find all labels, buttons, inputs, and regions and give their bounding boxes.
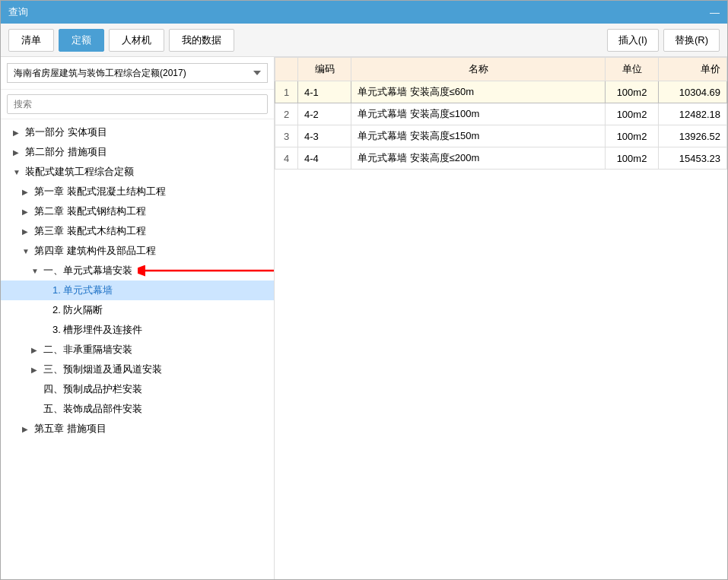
cell-name: 单元式幕墙 安装高度≤150m — [351, 125, 606, 147]
data-table: 编码 名称 单位 单价 1 4-1 单元式幕墙 安装高度≤60m 100m2 1… — [275, 57, 727, 170]
tree-label: 二、非承重隔墙安装 — [43, 343, 132, 357]
arrow-icon: ▶ — [31, 346, 40, 354]
cell-price: 13926.52 — [659, 125, 727, 147]
col-header-unit: 单位 — [606, 58, 659, 81]
tree-label: 3. 槽形埋件及连接件 — [52, 323, 142, 337]
cell-code: 4-4 — [298, 147, 351, 170]
main-content: 海南省房屋建筑与装饰工程综合定额(2017) ▶ 第一部分 实体项目 ▶ 第二部… — [1, 57, 727, 579]
arrow-icon: ▶ — [31, 366, 40, 374]
tree-item-sec2[interactable]: ▶ 二、非承重隔墙安装 — [1, 340, 274, 360]
tab-mydata[interactable]: 我的数据 — [169, 29, 234, 52]
cell-num: 1 — [275, 81, 298, 103]
tree-label: 第一部分 实体项目 — [25, 125, 107, 139]
arrow-icon: ▶ — [22, 208, 31, 216]
tab-qingdan[interactable]: 清单 — [8, 29, 54, 52]
arrow-icon: ▼ — [13, 168, 22, 176]
tree-label: 三、预制烟道及通风道安装 — [43, 363, 162, 376]
replace-button[interactable]: 替换(R) — [663, 29, 720, 52]
insert-button[interactable]: 插入(I) — [607, 29, 659, 52]
arrow-icon: ▶ — [22, 227, 31, 236]
tree-label: 第二章 装配式钢结构工程 — [34, 204, 146, 218]
tree-label: 第二部分 措施项目 — [25, 145, 107, 159]
cell-price: 10304.69 — [659, 81, 727, 103]
arrow-icon: ▶ — [22, 188, 31, 196]
tree-item-integrated[interactable]: ▼ 装配式建筑工程综合定额 — [1, 162, 274, 182]
cell-unit: 100m2 — [606, 147, 659, 170]
tree-label: 2. 防火隔断 — [52, 303, 103, 317]
arrow-icon: ▼ — [22, 247, 31, 255]
tree-label: 第四章 建筑构件及部品工程 — [34, 244, 156, 258]
tree-item-ch2[interactable]: ▶ 第二章 装配式钢结构工程 — [1, 201, 274, 221]
table-row[interactable]: 1 4-1 单元式幕墙 安装高度≤60m 100m2 10304.69 — [275, 81, 727, 103]
title-bar: 查询 — — [1, 1, 727, 24]
cell-num: 2 — [275, 103, 298, 125]
left-panel: 海南省房屋建筑与装饰工程综合定额(2017) ▶ 第一部分 实体项目 ▶ 第二部… — [1, 57, 275, 579]
arrow-icon: ▼ — [31, 267, 40, 275]
table-container: 编码 名称 单位 单价 1 4-1 单元式幕墙 安装高度≤60m 100m2 1… — [275, 57, 727, 579]
tree-label: 一、单元式幕墙安装 — [43, 264, 132, 277]
tree-item-sec1[interactable]: ▼ 一、单元式幕墙安装 — [1, 261, 274, 280]
cell-code: 4-3 — [298, 125, 351, 147]
cell-price: 15453.23 — [659, 147, 727, 170]
quota-dropdown[interactable]: 海南省房屋建筑与装饰工程综合定额(2017) — [7, 63, 268, 83]
tree-label: 装配式建筑工程综合定额 — [25, 165, 134, 179]
cell-name: 单元式幕墙 安装高度≤100m — [351, 103, 606, 125]
tree-area: ▶ 第一部分 实体项目 ▶ 第二部分 措施项目 ▼ 装配式建筑工程综合定额 ▶ … — [1, 119, 274, 579]
cell-unit: 100m2 — [606, 103, 659, 125]
tree-item-subsec2[interactable]: ▶ 2. 防火隔断 — [1, 300, 274, 320]
tree-label: 第三章 装配式木结构工程 — [34, 224, 146, 238]
tree-label: 第一章 装配式混凝土结构工程 — [34, 185, 166, 198]
col-header-code: 编码 — [298, 58, 351, 81]
main-window: 查询 — 清单 定额 人材机 我的数据 插入(I) 替换(R) 海南省房屋建筑与… — [0, 0, 728, 580]
cell-code: 4-1 — [298, 81, 351, 103]
table-row[interactable]: 3 4-3 单元式幕墙 安装高度≤150m 100m2 13926.52 — [275, 125, 727, 147]
window-title: 查询 — [8, 5, 28, 19]
tree-label: 五、装饰成品部件安装 — [43, 402, 142, 416]
tree-item-sec4[interactable]: ▶ 四、预制成品护栏安装 — [1, 379, 274, 399]
tree-item-ch3[interactable]: ▶ 第三章 装配式木结构工程 — [1, 221, 274, 241]
cell-num: 4 — [275, 147, 298, 170]
tree-item-subsec1[interactable]: ▶ 1. 单元式幕墙 — [1, 280, 274, 300]
arrow-icon: ▶ — [22, 425, 31, 433]
tree-item-subsec3[interactable]: ▶ 3. 槽形埋件及连接件 — [1, 320, 274, 340]
tree-label: 1. 单元式幕墙 — [52, 284, 113, 297]
search-area — [1, 90, 274, 119]
arrow-icon: ▶ — [13, 148, 22, 157]
col-header-name: 名称 — [351, 58, 606, 81]
tree-label: 第五章 措施项目 — [34, 422, 106, 436]
tree-item-ch4[interactable]: ▼ 第四章 建筑构件及部品工程 — [1, 241, 274, 261]
col-header-price: 单价 — [659, 58, 727, 81]
search-input[interactable] — [7, 94, 268, 114]
cell-unit: 100m2 — [606, 81, 659, 103]
cell-name: 单元式幕墙 安装高度≤60m — [351, 81, 606, 103]
tree-item-ch1[interactable]: ▶ 第一章 装配式混凝土结构工程 — [1, 182, 274, 201]
tree-item-sec5[interactable]: ▶ 五、装饰成品部件安装 — [1, 399, 274, 419]
col-header-num — [275, 58, 298, 81]
cell-name: 单元式幕墙 安装高度≤200m — [351, 147, 606, 170]
tree-label: 四、预制成品护栏安装 — [43, 382, 142, 396]
tree-item-part2[interactable]: ▶ 第二部分 措施项目 — [1, 142, 274, 162]
tab-rencaiji[interactable]: 人材机 — [109, 29, 164, 52]
cell-price: 12482.18 — [659, 103, 727, 125]
toolbar: 清单 定额 人材机 我的数据 插入(I) 替换(R) — [1, 24, 727, 57]
tree-item-ch5[interactable]: ▶ 第五章 措施项目 — [1, 419, 274, 439]
tab-dinge[interactable]: 定额 — [59, 29, 104, 52]
table-row[interactable]: 4 4-4 单元式幕墙 安装高度≤200m 100m2 15453.23 — [275, 147, 727, 170]
minimize-btn[interactable]: — — [710, 7, 720, 18]
arrow-icon: ▶ — [13, 128, 22, 137]
tree-item-sec3[interactable]: ▶ 三、预制烟道及通风道安装 — [1, 360, 274, 379]
dropdown-area: 海南省房屋建筑与装饰工程综合定额(2017) — [1, 57, 274, 90]
tree-item-sec1-wrapper: ▼ 一、单元式幕墙安装 — [1, 261, 274, 280]
tree-item-part1[interactable]: ▶ 第一部分 实体项目 — [1, 122, 274, 142]
table-row[interactable]: 2 4-2 单元式幕墙 安装高度≤100m 100m2 12482.18 — [275, 103, 727, 125]
cell-unit: 100m2 — [606, 125, 659, 147]
cell-num: 3 — [275, 125, 298, 147]
cell-code: 4-2 — [298, 103, 351, 125]
right-panel: 编码 名称 单位 单价 1 4-1 单元式幕墙 安装高度≤60m 100m2 1… — [275, 57, 727, 579]
